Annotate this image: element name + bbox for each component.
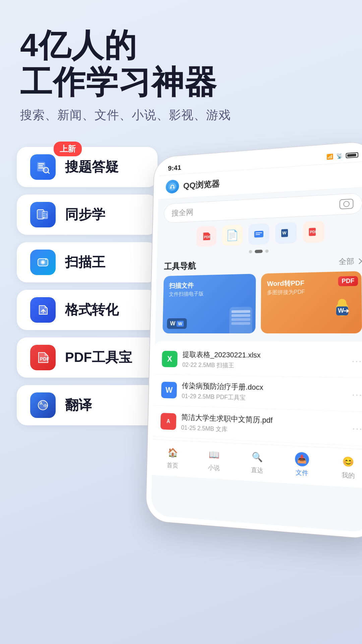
dot-2 [255,250,263,253]
home-nav-label: 首页 [167,461,178,470]
novel-nav-label: 小说 [208,463,220,472]
nav-novel[interactable]: 📖 小说 [193,447,236,473]
pdf-tools-icon: PDF [30,345,56,370]
file-item-1[interactable]: X 提取表格_20230221.xlsx 02-22 2.5MB 扫描王 ··· [154,344,362,378]
feature-item-search-qa[interactable]: 上新 搜题答疑 [17,147,158,187]
phone-status-icons: 📶 📡 [326,152,358,160]
scan-file-sub: 文件扫描电子版 [169,290,204,298]
file-2-more[interactable]: ··· [352,389,362,400]
quick-icon-5[interactable]: PDF [303,221,324,243]
svg-text:PDF: PDF [204,235,211,239]
scan-file-title: 扫描文件 [169,281,204,290]
svg-rect-7 [42,211,48,219]
mine-nav-label: 我的 [342,471,355,480]
file-1-meta: 02-22 2.5MB 扫描王 [182,361,346,371]
phone-time: 9:41 [168,163,181,172]
word-pdf-sub: 多图拼接为PDF [267,289,305,297]
feature-item-scan[interactable]: 扫描王 [17,242,158,282]
feature-item-convert[interactable]: 格式转化 [17,290,158,330]
svg-rect-29 [254,231,263,238]
svg-text:A: A [40,401,43,406]
files-nav-label: 文件 [296,468,308,478]
convert-icon [30,297,56,323]
nav-home[interactable]: 🏠 首页 [152,445,193,471]
svg-rect-9 [43,214,46,215]
hero-title: 4亿人的 工作学习神器 [20,27,342,101]
svg-rect-3 [38,167,44,168]
svg-rect-10 [43,216,47,217]
files-nav-icon: 📥 [295,452,309,467]
tool-nav-all[interactable]: 全部 [339,256,361,267]
scan-icon [30,250,56,275]
svg-text:W: W [338,307,344,314]
pdf-file-icon: A [161,413,177,430]
quick-icon-2[interactable]: 📄 [222,224,243,246]
file-1-name: 提取表格_20230221.xlsx [182,350,346,362]
file-list: X 提取表格_20230221.xlsx 02-22 2.5MB 扫描王 ···… [153,341,362,449]
translate-icon: A 中 [30,392,56,418]
phone-outer: 9:41 📶 📡 [146,141,362,539]
file-3-more[interactable]: ··· [352,423,362,434]
svg-rect-1 [38,163,44,164]
feature-label-pdf: PDF工具宝 [65,348,132,367]
feature-label-scan: 扫描王 [65,253,105,271]
file-item-3[interactable]: A 简洁大学生求职中文简历.pdf 01-25 2.5MB 文库 ··· [153,406,362,447]
pdf-badge-label: PDF [338,276,358,286]
tool-cards-row: 扫描文件 文件扫描电子版 W W [155,271,362,340]
feature-label-translate: 翻译 [65,396,92,414]
svg-text:PDF: PDF [310,229,318,234]
svg-text:中: 中 [43,404,48,409]
search-qa-icon [30,154,56,180]
svg-point-13 [42,261,44,264]
tool-card-scan-file[interactable]: 扫描文件 文件扫描电子版 W W [163,274,256,333]
chevron-right-icon [356,258,362,264]
nav-direct[interactable]: 🔍 直达 [235,449,279,476]
qq-browser-logo [166,179,179,194]
dot-3 [265,250,268,253]
feature-label-convert: 格式转化 [65,301,119,319]
word-pdf-title: Word转PDF [267,278,305,288]
feature-label-search-qa: 搜题答疑 [65,158,119,176]
file-1-more[interactable]: ··· [352,356,362,367]
person-figure: W [326,299,358,333]
direct-nav-label: 直达 [251,466,263,475]
svg-point-24 [168,182,176,191]
hero-subtitle: 搜索、新闻、文件、小说、影视、游戏 [20,107,342,123]
dot-1 [249,250,252,253]
direct-nav-icon: 🔍 [250,450,264,465]
app-name-label: QQ浏览器 [183,178,220,192]
svg-point-14 [45,259,47,260]
tool-nav-title: 工具导航 [164,260,196,272]
file-illustration [229,307,252,333]
phone-screen: 9:41 📶 📡 [151,147,362,533]
quick-icon-4[interactable]: W [275,222,297,244]
sync-learn-icon [30,202,56,227]
search-placeholder: 搜全网 [171,207,193,218]
word-icon-badge: W W [167,318,187,329]
feature-item-pdf[interactable]: PDF PDF工具宝 [17,337,158,378]
feature-item-translate[interactable]: A 中 翻译 [17,385,158,425]
home-nav-icon: 🏠 [166,445,179,460]
quick-icon-1[interactable]: PDF [196,226,217,247]
word-file-icon: W [161,382,177,398]
file-3-info: 简洁大学生求职中文简历.pdf 01-25 2.5MB 文库 [181,412,346,438]
feature-item-sync-learn[interactable]: 同步学 [17,195,158,235]
svg-text:PDF: PDF [40,356,49,362]
file-1-info: 提取表格_20230221.xlsx 02-22 2.5MB 扫描王 [182,350,346,371]
battery-icon [346,152,359,158]
word-w-icon: W [177,321,184,326]
new-badge: 上新 [54,142,82,156]
svg-rect-8 [43,212,47,213]
nav-mine[interactable]: 😊 我的 [325,453,362,481]
camera-search-icon[interactable] [340,199,354,209]
nav-files[interactable]: 📥 文件 [279,451,325,478]
svg-text:W: W [282,230,287,235]
phone-mockup: 9:41 📶 📡 [144,144,362,524]
novel-nav-icon: 📖 [207,447,221,462]
hero-section: 4亿人的 工作学习神器 搜索、新闻、文件、小说、影视、游戏 [0,0,362,133]
quick-icon-3[interactable] [248,223,269,245]
svg-rect-2 [38,165,43,166]
feature-label-sync-learn: 同步学 [65,205,105,224]
tool-card-word-pdf[interactable]: Word转PDF 多图拼接为PDF PDF W [261,271,362,333]
svg-line-5 [48,172,50,173]
